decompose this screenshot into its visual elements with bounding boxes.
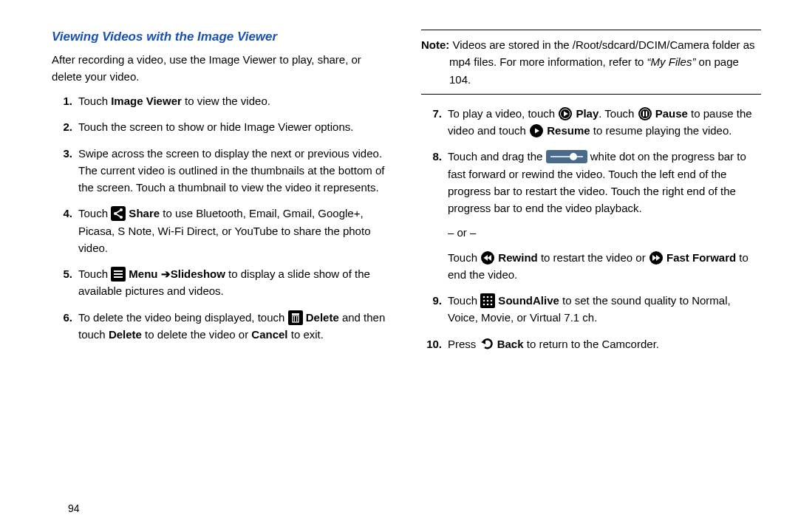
svg-point-35 (487, 300, 489, 302)
svg-rect-10 (288, 310, 303, 325)
step-10: 10. Press Back to return to the Camcorde… (421, 335, 761, 352)
step-number: 8. (421, 148, 448, 283)
step-number: 4. (52, 205, 78, 256)
right-column: Note: Videos are stored in the /Root/sdc… (421, 30, 761, 361)
svg-point-33 (491, 296, 493, 299)
step-6: 6. To delete the video being displayed, … (52, 309, 392, 344)
resume-icon (529, 123, 544, 138)
note-box: Note: Videos are stored in the /Root/sdc… (421, 36, 761, 95)
svg-rect-9 (114, 276, 123, 278)
step-7: 7. To play a video, touch Play. Touch Pa… (421, 105, 761, 140)
steps-left: 1. Touch Image Viewer to view the video.… (52, 92, 392, 343)
left-column: Viewing Videos with the Image Viewer Aft… (52, 30, 392, 361)
step-number: 2. (52, 118, 78, 135)
svg-point-34 (483, 300, 485, 302)
svg-rect-11 (292, 313, 299, 315)
soundalive-icon (480, 293, 495, 308)
svg-rect-7 (114, 270, 123, 272)
step-8: 8. Touch and drag the white dot on the p… (421, 148, 761, 283)
step-number: 6. (52, 309, 78, 344)
menu-icon (111, 267, 126, 282)
step-4: 4. Touch Share to use Bluetooth, Email, … (52, 205, 392, 256)
svg-rect-0 (111, 206, 126, 221)
section-heading: Viewing Videos with the Image Viewer (52, 30, 392, 44)
steps-right: 7. To play a video, touch Play. Touch Pa… (421, 105, 761, 352)
svg-point-32 (487, 296, 489, 299)
step-3: 3. Swipe across the screen to display th… (52, 145, 392, 197)
svg-rect-20 (643, 111, 644, 116)
pause-icon (638, 106, 652, 121)
back-icon (480, 337, 494, 352)
intro-text: After recording a video, use the Image V… (52, 52, 392, 85)
step-9: 9. Touch SoundAlive to set the sound qua… (421, 292, 761, 327)
svg-point-37 (483, 304, 485, 306)
step-number: 1. (52, 92, 78, 109)
progress-slider-icon (546, 150, 587, 163)
step-number: 9. (421, 292, 448, 327)
divider (421, 30, 761, 30)
step-number: 3. (52, 145, 78, 197)
page-number: 94 (68, 502, 80, 514)
arrow-icon (158, 267, 171, 280)
rewind-icon (480, 250, 495, 265)
step-number: 10. (421, 335, 448, 352)
svg-rect-8 (114, 273, 123, 275)
step-1: 1. Touch Image Viewer to view the video. (52, 92, 392, 109)
fast-forward-icon (649, 250, 664, 265)
step-2: 2. Touch the screen to show or hide Imag… (52, 118, 392, 135)
play-icon (558, 106, 573, 121)
delete-icon (288, 310, 303, 325)
step-5: 5. Touch MenuSlideshow to display a slid… (52, 265, 392, 300)
svg-point-36 (491, 300, 493, 302)
svg-rect-21 (646, 111, 647, 116)
svg-point-39 (491, 304, 493, 306)
step-number: 7. (421, 105, 448, 140)
share-icon (111, 206, 126, 221)
svg-point-31 (483, 296, 485, 299)
or-divider: – or – (448, 224, 761, 241)
svg-point-38 (487, 304, 489, 306)
step-number: 5. (52, 265, 78, 300)
